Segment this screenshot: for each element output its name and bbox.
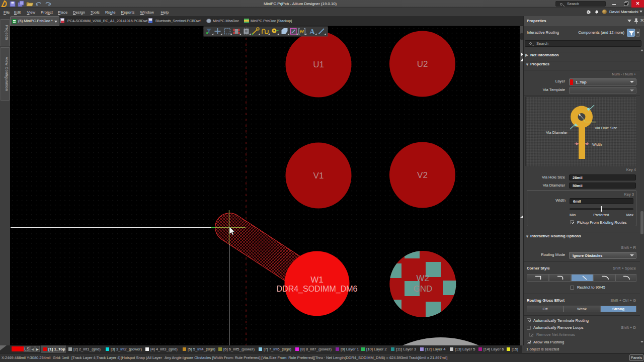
svg-text:V1: V1 (313, 171, 324, 180)
svg-text:U2: U2 (417, 59, 428, 69)
svg-text:U1: U1 (313, 60, 324, 69)
svg-text:W2: W2 (417, 274, 430, 283)
svg-text:Width: Width (592, 142, 602, 147)
svg-text:W1: W1 (310, 275, 324, 285)
svg-text:A: A (309, 28, 315, 36)
svg-text:GND: GND (413, 284, 432, 294)
svg-text:Via Hole Size: Via Hole Size (595, 126, 617, 130)
svg-text:DDR4_SODIMM_DM6: DDR4_SODIMM_DM6 (277, 285, 358, 294)
svg-text:V2: V2 (417, 170, 428, 180)
svg-text:Via Diameter: Via Diameter (546, 130, 568, 135)
